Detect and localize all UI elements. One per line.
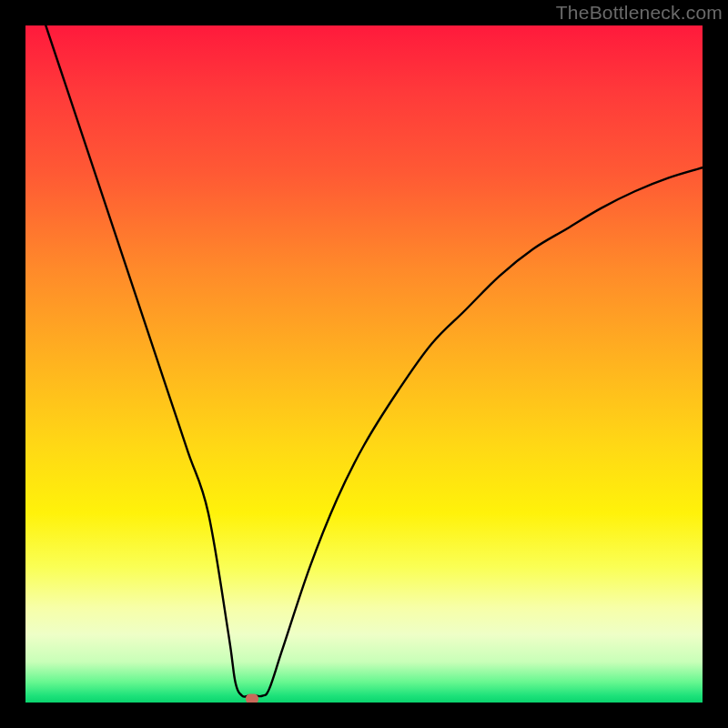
- plot-area: [25, 25, 703, 703]
- chart-frame: TheBottleneck.com: [0, 0, 728, 728]
- curve-svg: [25, 25, 703, 703]
- watermark-text: TheBottleneck.com: [556, 2, 723, 24]
- bottleneck-curve-path: [46, 25, 703, 697]
- optimal-point-marker: [246, 694, 258, 703]
